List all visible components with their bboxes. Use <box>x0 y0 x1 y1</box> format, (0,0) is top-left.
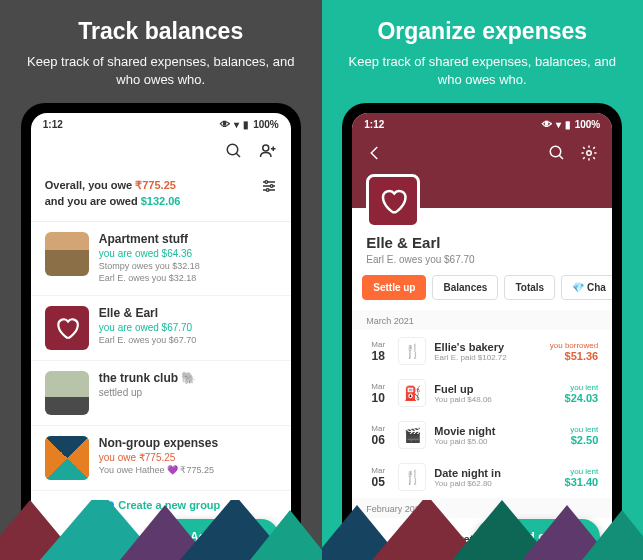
group-detail: Earl E. owes you $67.70 <box>99 335 277 347</box>
phone-frame: 1:12 👁 ▾ ▮ 100% <box>342 103 622 560</box>
svg-point-0 <box>227 145 238 156</box>
group-subtitle: Earl E. owes you $67.70 <box>366 254 598 265</box>
expense-row[interactable]: Mar06 🎬 Movie nightYou paid $5.00 you le… <box>352 414 612 456</box>
phone-frame: 1:12 👁 ▾ ▮ 100% Overall, you owe ₹775.25… <box>21 103 301 560</box>
promo-panel-organize: Organize expenses Keep track of shared e… <box>322 0 644 560</box>
summary-owe-label: Overall, you owe <box>45 179 135 191</box>
status-time: 1:12 <box>43 119 63 130</box>
summary-owed-label: and you are owed <box>45 195 141 207</box>
category-icon: 🍴 <box>398 337 426 365</box>
promo-subtitle: Keep track of shared expenses, balances,… <box>20 53 302 89</box>
status-bar: 1:12 👁 ▾ ▮ 100% <box>352 113 612 136</box>
svg-point-8 <box>265 181 268 184</box>
group-header-bar <box>352 136 612 208</box>
expense-row[interactable]: Mar10 ⛽ Fuel upYou paid $48.06 you lent$… <box>352 372 612 414</box>
group-item[interactable]: Elle & Earl you are owed $67.70 Earl E. … <box>31 296 291 361</box>
svg-line-1 <box>236 154 240 158</box>
svg-point-17 <box>587 151 592 156</box>
battery-text: 100% <box>253 119 279 130</box>
group-item[interactable]: the trunk club 🐘 settled up <box>31 361 291 426</box>
phone-screen: 1:12 👁 ▾ ▮ 100% <box>352 113 612 560</box>
tabs-row: Settle up Balances Totals 💎 Cha <box>352 275 612 310</box>
heart-icon <box>54 315 80 341</box>
group-status: you are owed $64.36 <box>99 248 277 259</box>
balance-summary: Overall, you owe ₹775.25 and you are owe… <box>31 170 291 222</box>
expense-row[interactable]: Mar05 🍴 Date night inYou paid $62.80 you… <box>352 456 612 498</box>
svg-point-9 <box>270 185 273 188</box>
group-detail: Stompy owes you $32.18 <box>99 261 277 273</box>
gear-icon[interactable] <box>580 144 598 162</box>
group-thumbnail <box>45 371 89 415</box>
group-name: Elle & Earl <box>99 306 277 320</box>
group-name: Apartment stuff <box>99 232 277 246</box>
eye-icon: 👁 <box>220 119 230 130</box>
group-title: Elle & Earl <box>366 234 598 251</box>
tab-balances[interactable]: Balances <box>432 275 498 300</box>
group-status: you owe ₹775.25 <box>99 452 277 463</box>
status-icons: 👁 ▾ ▮ 100% <box>220 119 279 130</box>
group-thumbnail <box>45 232 89 276</box>
group-item[interactable]: Apartment stuff you are owed $64.36 Stom… <box>31 222 291 295</box>
promo-heading: Track balances <box>20 18 302 45</box>
eye-icon: 👁 <box>542 119 552 130</box>
heart-icon <box>378 186 408 216</box>
svg-point-10 <box>266 189 269 192</box>
promo-panel-track: Track balances Keep track of shared expe… <box>0 0 322 560</box>
category-icon: ⛽ <box>398 379 426 407</box>
category-icon: 🎬 <box>398 421 426 449</box>
search-icon[interactable] <box>225 142 243 160</box>
status-bar: 1:12 👁 ▾ ▮ 100% <box>31 113 291 136</box>
svg-point-15 <box>551 147 562 158</box>
svg-line-16 <box>560 156 564 160</box>
add-friends-icon[interactable] <box>259 142 277 160</box>
expense-row[interactable]: Mar18 🍴 Ellie's bakeryEarl E. paid $102.… <box>352 330 612 372</box>
status-time: 1:12 <box>364 119 384 130</box>
decorative-triangles <box>322 500 644 560</box>
group-status: settled up <box>99 387 277 398</box>
group-thumbnail <box>45 306 89 350</box>
promo-subtitle: Keep track of shared expenses, balances,… <box>342 53 624 89</box>
filter-icon[interactable] <box>261 178 277 194</box>
top-bar <box>31 136 291 170</box>
tab-totals[interactable]: Totals <box>504 275 555 300</box>
group-name: Non-group expenses <box>99 436 277 450</box>
wifi-icon: ▾ <box>234 119 239 130</box>
battery-icon: ▮ <box>565 119 571 130</box>
status-icons: 👁 ▾ ▮ 100% <box>542 119 601 130</box>
tab-settle-up[interactable]: Settle up <box>362 275 426 300</box>
decorative-triangles <box>0 500 322 560</box>
group-avatar <box>366 174 420 228</box>
category-icon: 🍴 <box>398 463 426 491</box>
month-label: March 2021 <box>352 310 612 330</box>
group-item[interactable]: Non-group expenses you owe ₹775.25 You o… <box>31 426 291 491</box>
tab-charts[interactable]: 💎 Cha <box>561 275 612 300</box>
phone-screen: 1:12 👁 ▾ ▮ 100% Overall, you owe ₹775.25… <box>31 113 291 560</box>
battery-text: 100% <box>575 119 601 130</box>
summary-owe-amount: ₹775.25 <box>135 179 176 191</box>
wifi-icon: ▾ <box>556 119 561 130</box>
group-status: you are owed $67.70 <box>99 322 277 333</box>
back-icon[interactable] <box>366 144 384 162</box>
promo-heading: Organize expenses <box>342 18 624 45</box>
group-detail: You owe Hathee 💜 ₹775.25 <box>99 465 277 477</box>
summary-owed-amount: $132.06 <box>141 195 181 207</box>
battery-icon: ▮ <box>243 119 249 130</box>
search-icon[interactable] <box>548 144 566 162</box>
group-detail: Earl E. owes you $32.18 <box>99 273 277 285</box>
svg-point-2 <box>263 145 269 151</box>
group-name: the trunk club 🐘 <box>99 371 277 385</box>
group-thumbnail <box>45 436 89 480</box>
